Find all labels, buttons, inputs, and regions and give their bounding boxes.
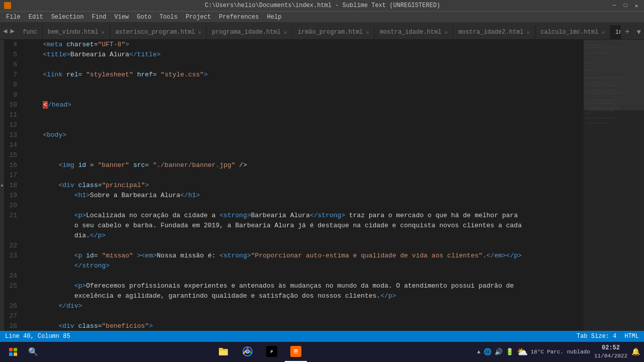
- menu-view[interactable]: View: [110, 13, 133, 22]
- line-num: 16: [8, 160, 17, 170]
- tab-overflow-button[interactable]: ▼: [634, 25, 644, 39]
- close-button[interactable]: ✕: [633, 2, 640, 9]
- tab-next-button[interactable]: ▶: [9, 27, 15, 35]
- line-num: 23: [8, 251, 17, 261]
- window-title: C:\Users\helio\Documents\index.html - Su…: [34, 2, 611, 9]
- menu-file[interactable]: File: [2, 13, 25, 22]
- line-num: 10: [8, 100, 17, 110]
- menu-edit[interactable]: Edit: [25, 13, 47, 22]
- code-line-25b: excelência e agilidade, garantindo quali…: [27, 291, 580, 301]
- code-line-10: </head>: [27, 100, 580, 110]
- menu-tools[interactable]: Tools: [155, 13, 182, 22]
- tab-label: bem_vindo.html: [48, 29, 99, 36]
- code-line-18: <div class="principal">: [27, 180, 580, 191]
- line-num: 17: [8, 170, 17, 180]
- menu-goto[interactable]: Goto: [133, 13, 155, 22]
- line-num: 26: [8, 301, 17, 311]
- tab-label: index.html: [615, 29, 621, 36]
- minimap-viewport: [584, 40, 644, 110]
- sublime-logo: [290, 346, 301, 357]
- minimize-button[interactable]: ─: [611, 2, 618, 9]
- taskbar-explorer[interactable]: [212, 342, 234, 362]
- tab-close-asterisco[interactable]: ✕: [198, 29, 202, 36]
- code-line-21: <p>Localizada no coração da cidade a <st…: [27, 211, 580, 221]
- code-line-24: [27, 271, 580, 281]
- status-bar: Line 40, Column 85 Tab Size: 4 HTML: [0, 331, 644, 342]
- tray-battery[interactable]: 🔋: [506, 348, 514, 356]
- code-line-20: [27, 201, 580, 211]
- code-line-27: [27, 311, 580, 321]
- tab-label: irmão_program.html: [298, 29, 363, 36]
- tab-prev-button[interactable]: ◀: [2, 27, 8, 35]
- tab-add-button[interactable]: +: [621, 25, 634, 39]
- tab-asterisco[interactable]: asterisco_program.html✕: [110, 25, 207, 39]
- file-explorer-icon: [218, 346, 229, 357]
- start-button[interactable]: [4, 343, 22, 361]
- tab-label: mostra_idade2.html: [458, 29, 524, 36]
- line-num: [8, 261, 17, 271]
- tab-irmao[interactable]: irmão_program.html✕: [293, 25, 375, 39]
- tray-network[interactable]: 🌐: [484, 348, 492, 356]
- svg-rect-0: [9, 348, 13, 351]
- clock-time: 02:52: [594, 344, 627, 352]
- tab-close-mostra-idade[interactable]: ✕: [444, 29, 448, 36]
- menu-preferences[interactable]: Preferences: [215, 13, 263, 22]
- taskbar-sublime[interactable]: [285, 342, 307, 362]
- tab-close-programa-idade[interactable]: ✕: [284, 29, 287, 36]
- code-line-21c: dia.</p>: [27, 231, 580, 241]
- tab-func[interactable]: func: [18, 25, 43, 39]
- line-numbers: 4 5 6 7 8 9 10 11 12 13 14 15 16 17 18 1…: [4, 40, 23, 331]
- line-num: 27: [8, 311, 17, 321]
- tab-index[interactable]: index.html✕: [610, 25, 621, 39]
- line-num: 24: [8, 271, 17, 281]
- tab-label: func: [23, 29, 37, 36]
- svg-rect-2: [9, 352, 13, 356]
- tray-volume[interactable]: 🔊: [495, 348, 503, 356]
- svg-rect-6: [219, 351, 227, 355]
- clock[interactable]: 02:52 11/04/2022: [594, 344, 627, 359]
- tab-label: asterisco_program.html: [115, 29, 195, 36]
- menu-help[interactable]: Help: [263, 13, 286, 22]
- system-tray: ▲ 🌐 🔊 🔋 ⛅ 18°C Parc. nublado: [477, 346, 590, 357]
- tab-label: calculo_imc.html: [540, 29, 598, 36]
- menu-find[interactable]: Find: [88, 13, 110, 22]
- maximize-button[interactable]: □: [622, 2, 629, 9]
- minimap: <meta charset="UTF-8"> <title>Barbearia …: [584, 40, 644, 331]
- tab-bem-vindo[interactable]: bem_vindo.html✕: [43, 25, 110, 39]
- code-line-16: <img id = "banner" src= "./banner/banner…: [27, 160, 580, 170]
- tab-calculo-imc[interactable]: calculo_imc.html✕: [535, 25, 610, 39]
- jetbrains-logo: P: [266, 346, 277, 357]
- tab-close-bem-vindo[interactable]: ✕: [102, 29, 105, 36]
- line-num: 20: [8, 201, 17, 211]
- code-area[interactable]: <meta charset="UFT-8"> <title>Barbearia …: [23, 40, 584, 331]
- tab-programa-idade[interactable]: programa_idade.html✕: [207, 25, 292, 39]
- tab-close-calculo-imc[interactable]: ✕: [601, 29, 605, 36]
- taskbar-jetbrains[interactable]: P: [261, 342, 283, 362]
- line-num: [8, 231, 17, 241]
- tab-label: mostra_idade.html: [380, 29, 441, 36]
- search-button[interactable]: 🔍: [24, 343, 42, 361]
- code-line-23: <p id= "missao" ><em>Nossa missão é: <st…: [27, 251, 580, 261]
- tab-mostra-idade2[interactable]: mostra_idade2.html✕: [453, 25, 535, 39]
- line-num: 12: [8, 120, 17, 130]
- code-line-13: <body>: [27, 130, 580, 140]
- tab-mostra-idade[interactable]: mostra_idade.html✕: [375, 25, 453, 39]
- code-line-19: <h1>Sobre a Barbearia Alura</h1>: [27, 191, 580, 201]
- line-num: 6: [8, 60, 17, 70]
- title-bar: C:\Users\helio\Documents\index.html - Su…: [0, 0, 644, 11]
- status-tab-size: Tab Size: 4: [577, 333, 616, 340]
- code-line-5: <title>Barbearia Alura</title>: [27, 50, 580, 60]
- line-num: 15: [8, 150, 17, 160]
- tab-close-irmao[interactable]: ✕: [366, 29, 369, 36]
- code-line-14: [27, 140, 580, 150]
- taskbar-chrome[interactable]: [236, 342, 259, 362]
- tab-close-mostra-idade2[interactable]: ✕: [527, 29, 530, 36]
- code-line-25: <p>Oferecemos profissionais experientes …: [27, 281, 580, 291]
- menu-project[interactable]: Project: [182, 13, 215, 22]
- line-num: 18: [8, 180, 17, 191]
- code-line-11: [27, 110, 580, 120]
- notification-button[interactable]: 🔔: [631, 347, 640, 356]
- menu-bar: File Edit Selection Find View Goto Tools…: [0, 11, 644, 22]
- menu-selection[interactable]: Selection: [47, 13, 88, 22]
- tray-arrow-up[interactable]: ▲: [477, 349, 480, 355]
